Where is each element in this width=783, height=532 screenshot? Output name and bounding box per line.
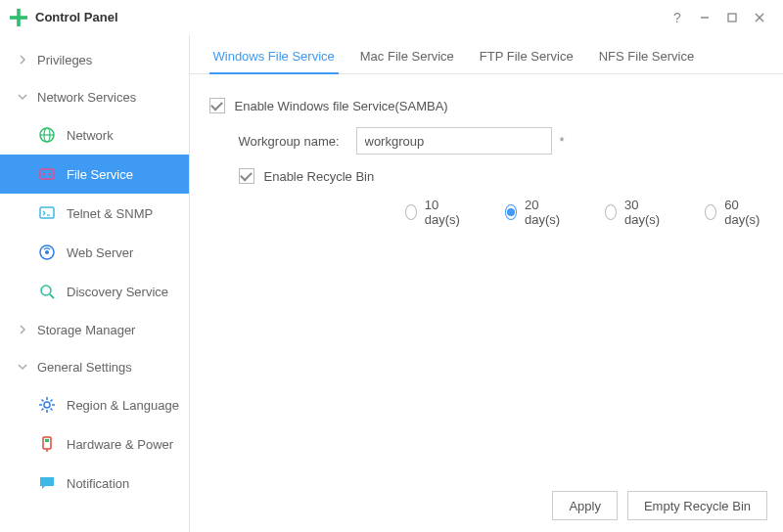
close-button[interactable] <box>746 4 773 31</box>
discovery-icon <box>37 282 57 301</box>
svg-line-28 <box>42 409 44 411</box>
sidebar-item-file-service[interactable]: File Service <box>0 155 189 194</box>
radio-label: 30 day(s) <box>624 198 664 227</box>
radio-label: 20 day(s) <box>525 198 564 227</box>
globe-icon <box>37 125 57 145</box>
svg-line-19 <box>50 294 54 298</box>
settings-panel: Enable Windows file Service(SAMBA) Workg… <box>190 74 784 532</box>
sidebar-item-label: File Service <box>67 167 133 182</box>
radio-label: 10 day(s) <box>425 198 464 227</box>
radio-label: 60 day(s) <box>724 198 763 227</box>
window-title: Control Panel <box>35 10 118 24</box>
days-option-60[interactable]: 60 day(s) <box>705 198 763 227</box>
days-option-30[interactable]: 30 day(s) <box>605 198 664 227</box>
svg-rect-11 <box>40 169 54 179</box>
svg-rect-29 <box>43 437 51 449</box>
svg-rect-1 <box>21 9 27 16</box>
days-option-20[interactable]: 20 day(s) <box>505 198 564 227</box>
sidebar-item-discovery-service[interactable]: Discovery Service <box>0 272 189 311</box>
terminal-icon <box>37 203 57 223</box>
power-icon <box>37 434 57 454</box>
sidebar-group-storage-manager[interactable]: Storage Manager <box>0 311 189 348</box>
tab-mac-file-service[interactable]: Mac File Service <box>356 49 458 73</box>
sidebar-item-telnet-snmp[interactable]: Telnet & SNMP <box>0 194 189 233</box>
svg-rect-3 <box>21 19 27 25</box>
file-service-icon <box>37 164 57 184</box>
svg-point-12 <box>43 173 45 175</box>
svg-line-27 <box>51 400 53 402</box>
svg-rect-2 <box>10 19 17 25</box>
chevron-right-icon <box>18 325 29 334</box>
sidebar-item-label: Region & Language <box>67 398 179 413</box>
chevron-down-icon <box>18 92 29 102</box>
tab-bar: Windows File Service Mac File Service FT… <box>190 35 784 74</box>
svg-point-13 <box>49 173 51 175</box>
sidebar-item-label: Discovery Service <box>67 285 168 299</box>
app-logo-icon <box>10 9 27 26</box>
tab-ftp-file-service[interactable]: FTP File Service <box>476 49 577 73</box>
svg-rect-31 <box>45 439 49 442</box>
svg-point-20 <box>44 402 50 408</box>
empty-recycle-bin-button[interactable]: Empty Recycle Bin <box>627 491 767 520</box>
radio-icon <box>505 204 517 220</box>
svg-rect-5 <box>728 14 736 22</box>
workgroup-input[interactable] <box>356 127 552 155</box>
sidebar-group-general-settings[interactable]: General Settings <box>0 348 189 385</box>
web-server-icon <box>37 243 57 262</box>
svg-point-18 <box>41 286 51 295</box>
enable-windows-checkbox[interactable] <box>209 98 225 113</box>
button-label: Apply <box>569 499 601 513</box>
sidebar-group-label: Storage Manager <box>37 323 135 337</box>
sidebar-group-privileges[interactable]: Privileges <box>0 41 189 78</box>
enable-recycle-bin-label: Enable Recycle Bin <box>264 169 375 184</box>
tab-nfs-file-service[interactable]: NFS File Service <box>595 49 699 73</box>
sidebar: Privileges Network Services Network File… <box>0 35 190 532</box>
sidebar-item-label: Network <box>67 128 114 143</box>
footer-buttons: Apply Empty Recycle Bin <box>552 491 767 520</box>
button-label: Empty Recycle Bin <box>644 499 751 513</box>
minimize-button[interactable] <box>691 4 718 31</box>
sidebar-item-label: Hardware & Power <box>67 437 173 452</box>
workgroup-label: Workgroup name: <box>239 134 356 149</box>
tab-label: Mac File Service <box>360 49 454 64</box>
help-button[interactable]: ? <box>664 4 691 31</box>
days-option-10[interactable]: 10 day(s) <box>405 198 464 227</box>
radio-icon <box>605 204 617 220</box>
chat-icon <box>37 473 57 493</box>
required-indicator: * <box>560 134 565 149</box>
tab-label: NFS File Service <box>599 49 695 64</box>
tab-label: FTP File Service <box>480 49 574 64</box>
svg-line-25 <box>42 400 44 402</box>
enable-windows-label: Enable Windows file Service(SAMBA) <box>235 99 448 113</box>
svg-rect-0 <box>10 9 17 16</box>
sidebar-group-label: General Settings <box>37 360 132 375</box>
sidebar-item-network[interactable]: Network <box>0 115 189 155</box>
tab-label: Windows File Service <box>213 49 335 64</box>
apply-button[interactable]: Apply <box>552 491 618 520</box>
tab-windows-file-service[interactable]: Windows File Service <box>209 49 339 73</box>
svg-line-26 <box>51 409 53 411</box>
sidebar-item-label: Telnet & SNMP <box>67 206 153 221</box>
titlebar: Control Panel ? <box>0 0 783 35</box>
sidebar-item-notification[interactable]: Notification <box>0 464 189 503</box>
recycle-days-radio-group: 10 day(s) 20 day(s) 30 day(s) 60 day(s) <box>209 198 764 227</box>
chevron-down-icon <box>18 362 29 372</box>
gear-icon <box>37 395 57 415</box>
enable-recycle-bin-checkbox[interactable] <box>239 168 254 184</box>
svg-point-17 <box>45 250 49 254</box>
sidebar-item-label: Notification <box>67 476 129 491</box>
sidebar-item-web-server[interactable]: Web Server <box>0 233 189 272</box>
sidebar-group-network-services[interactable]: Network Services <box>0 78 189 115</box>
svg-rect-14 <box>40 207 54 218</box>
chevron-right-icon <box>18 55 29 65</box>
maximize-button[interactable] <box>718 4 746 31</box>
sidebar-group-label: Network Services <box>37 90 136 105</box>
sidebar-item-hardware-power[interactable]: Hardware & Power <box>0 424 189 464</box>
radio-icon <box>705 204 716 220</box>
radio-icon <box>405 204 417 220</box>
sidebar-group-label: Privileges <box>37 53 92 67</box>
sidebar-item-region-language[interactable]: Region & Language <box>0 385 189 424</box>
sidebar-item-label: Web Server <box>67 245 133 260</box>
